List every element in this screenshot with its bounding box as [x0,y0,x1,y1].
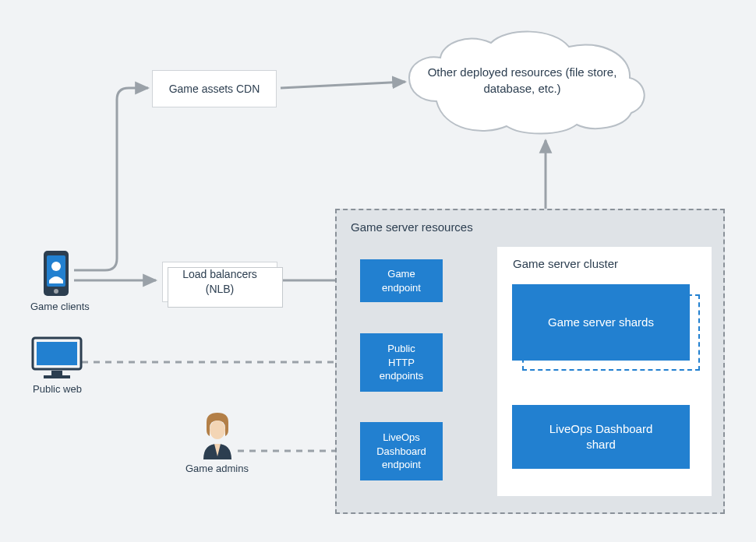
svg-point-2 [54,289,58,294]
cloud-label: Other deployed resources (file store, da… [421,64,624,97]
svg-rect-5 [37,342,77,365]
phone-icon [41,249,71,301]
svg-point-3 [51,262,61,271]
svg-rect-6 [51,371,62,375]
diagram-stage: Other deployed resources (file store, da… [0,0,756,542]
label-game-admins: Game admins [185,463,249,474]
node-cdn: Game assets CDN [152,70,277,107]
svg-rect-7 [44,375,70,378]
svg-point-8 [210,421,225,439]
group-cluster-label: Game server cluster [513,257,618,270]
person-icon [199,413,236,463]
monitor-icon [30,335,84,383]
label-public-web: Public web [33,383,82,395]
node-public-http: Public HTTP endpoints [360,333,443,392]
node-liveops-endpoint: LiveOps Dashboard endpoint [360,422,443,480]
node-game-endpoint: Game endpoint [360,259,443,302]
label-game-clients: Game clients [30,301,90,312]
node-load-balancers: Load balancers (NLB) [162,262,277,302]
group-resources-label: Game server resources [351,220,473,234]
node-liveops-shard: LiveOps Dashboard shard [512,405,690,469]
node-shards: Game server shards [512,284,690,361]
